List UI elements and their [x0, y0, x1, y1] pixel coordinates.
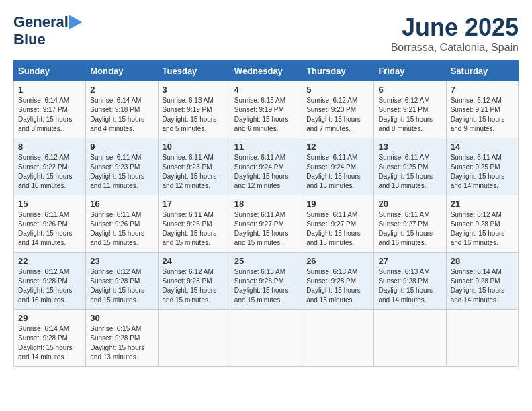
logo-combined: General — [13, 13, 82, 31]
calendar-cell: 2 Sunrise: 6:14 AM Sunset: 9:18 PM Dayli… — [86, 81, 158, 138]
calendar-cell: 4 Sunrise: 6:13 AM Sunset: 9:19 PM Dayli… — [230, 81, 302, 138]
calendar-cell: 29 Sunrise: 6:14 AM Sunset: 9:28 PM Dayl… — [14, 310, 86, 367]
day-info: Sunrise: 6:11 AM Sunset: 9:27 PM Dayligh… — [234, 210, 298, 248]
day-number: 7 — [451, 85, 514, 95]
calendar-week-4: 22 Sunrise: 6:12 AM Sunset: 9:28 PM Dayl… — [14, 253, 519, 310]
day-number: 11 — [234, 142, 298, 152]
calendar-cell: 8 Sunrise: 6:12 AM Sunset: 9:22 PM Dayli… — [14, 138, 86, 195]
calendar-cell: 18 Sunrise: 6:11 AM Sunset: 9:27 PM Dayl… — [230, 195, 302, 253]
day-info: Sunrise: 6:12 AM Sunset: 9:28 PM Dayligh… — [90, 267, 153, 305]
day-info: Sunrise: 6:13 AM Sunset: 9:19 PM Dayligh… — [163, 96, 226, 134]
day-number: 17 — [163, 199, 226, 209]
calendar-cell: 27 Sunrise: 6:13 AM Sunset: 9:28 PM Dayl… — [374, 253, 446, 310]
calendar-week-5: 29 Sunrise: 6:14 AM Sunset: 9:28 PM Dayl… — [14, 310, 519, 367]
day-number: 15 — [18, 199, 81, 209]
logo-arrow-icon — [69, 15, 82, 30]
svg-marker-0 — [69, 15, 82, 30]
logo-general-text: General — [13, 13, 69, 31]
calendar-week-3: 15 Sunrise: 6:11 AM Sunset: 9:26 PM Dayl… — [14, 195, 519, 253]
col-header-monday: Monday — [86, 61, 158, 81]
col-header-wednesday: Wednesday — [230, 61, 302, 81]
calendar-cell: 25 Sunrise: 6:13 AM Sunset: 9:28 PM Dayl… — [230, 253, 302, 310]
day-number: 10 — [163, 142, 226, 152]
day-info: Sunrise: 6:12 AM Sunset: 9:20 PM Dayligh… — [306, 96, 369, 134]
day-info: Sunrise: 6:12 AM Sunset: 9:28 PM Dayligh… — [451, 210, 514, 248]
day-info: Sunrise: 6:11 AM Sunset: 9:27 PM Dayligh… — [378, 210, 441, 248]
day-number: 12 — [306, 142, 369, 152]
day-number: 27 — [378, 256, 441, 266]
calendar-cell: 9 Sunrise: 6:11 AM Sunset: 9:23 PM Dayli… — [86, 138, 158, 195]
calendar-cell: 3 Sunrise: 6:13 AM Sunset: 9:19 PM Dayli… — [158, 81, 230, 138]
day-info: Sunrise: 6:13 AM Sunset: 9:28 PM Dayligh… — [378, 267, 441, 305]
day-number: 13 — [378, 142, 441, 152]
day-number: 14 — [451, 142, 514, 152]
calendar-cell — [302, 310, 374, 367]
day-info: Sunrise: 6:14 AM Sunset: 9:17 PM Dayligh… — [18, 96, 81, 134]
calendar-cell: 11 Sunrise: 6:11 AM Sunset: 9:24 PM Dayl… — [230, 138, 302, 195]
day-number: 3 — [163, 85, 226, 95]
logo-blue-label: Blue — [13, 31, 46, 48]
calendar-cell: 24 Sunrise: 6:12 AM Sunset: 9:28 PM Dayl… — [158, 253, 230, 310]
day-number: 24 — [163, 256, 226, 266]
calendar-cell — [230, 310, 302, 367]
day-info: Sunrise: 6:13 AM Sunset: 9:28 PM Dayligh… — [306, 267, 369, 305]
day-number: 18 — [234, 199, 298, 209]
calendar-cell: 14 Sunrise: 6:11 AM Sunset: 9:25 PM Dayl… — [446, 138, 518, 195]
calendar-table: SundayMondayTuesdayWednesdayThursdayFrid… — [13, 60, 519, 367]
title-block: June 2025 Borrassa, Catalonia, Spain — [391, 13, 519, 54]
calendar-cell: 17 Sunrise: 6:11 AM Sunset: 9:26 PM Dayl… — [158, 195, 230, 253]
calendar-cell: 22 Sunrise: 6:12 AM Sunset: 9:28 PM Dayl… — [14, 253, 86, 310]
day-info: Sunrise: 6:11 AM Sunset: 9:25 PM Dayligh… — [451, 153, 514, 191]
day-info: Sunrise: 6:11 AM Sunset: 9:26 PM Dayligh… — [90, 210, 153, 248]
calendar-week-1: 1 Sunrise: 6:14 AM Sunset: 9:17 PM Dayli… — [14, 81, 519, 138]
day-info: Sunrise: 6:13 AM Sunset: 9:19 PM Dayligh… — [234, 96, 298, 134]
calendar-cell: 23 Sunrise: 6:12 AM Sunset: 9:28 PM Dayl… — [86, 253, 158, 310]
day-number: 5 — [306, 85, 369, 95]
day-number: 2 — [90, 85, 153, 95]
logo-blue-row: Blue — [13, 31, 46, 48]
day-info: Sunrise: 6:11 AM Sunset: 9:27 PM Dayligh… — [306, 210, 369, 248]
calendar-cell: 19 Sunrise: 6:11 AM Sunset: 9:27 PM Dayl… — [302, 195, 374, 253]
day-number: 19 — [306, 199, 369, 209]
day-info: Sunrise: 6:11 AM Sunset: 9:24 PM Dayligh… — [306, 153, 369, 191]
day-info: Sunrise: 6:11 AM Sunset: 9:25 PM Dayligh… — [378, 153, 441, 191]
calendar-cell — [374, 310, 446, 367]
calendar-cell: 10 Sunrise: 6:11 AM Sunset: 9:23 PM Dayl… — [158, 138, 230, 195]
day-number: 20 — [378, 199, 441, 209]
col-header-saturday: Saturday — [446, 61, 518, 81]
calendar-cell: 15 Sunrise: 6:11 AM Sunset: 9:26 PM Dayl… — [14, 195, 86, 253]
day-info: Sunrise: 6:12 AM Sunset: 9:21 PM Dayligh… — [378, 96, 441, 134]
day-info: Sunrise: 6:12 AM Sunset: 9:22 PM Dayligh… — [18, 153, 81, 191]
calendar-cell: 30 Sunrise: 6:15 AM Sunset: 9:28 PM Dayl… — [86, 310, 158, 367]
day-info: Sunrise: 6:11 AM Sunset: 9:26 PM Dayligh… — [163, 210, 226, 248]
calendar-cell — [446, 310, 518, 367]
day-number: 9 — [90, 142, 153, 152]
col-header-friday: Friday — [374, 61, 446, 81]
col-header-sunday: Sunday — [14, 61, 86, 81]
day-number: 30 — [90, 313, 153, 323]
day-number: 6 — [378, 85, 441, 95]
day-number: 23 — [90, 256, 153, 266]
calendar-cell: 6 Sunrise: 6:12 AM Sunset: 9:21 PM Dayli… — [374, 81, 446, 138]
calendar-cell: 20 Sunrise: 6:11 AM Sunset: 9:27 PM Dayl… — [374, 195, 446, 253]
day-number: 26 — [306, 256, 369, 266]
day-number: 1 — [18, 85, 81, 95]
calendar-week-2: 8 Sunrise: 6:12 AM Sunset: 9:22 PM Dayli… — [14, 138, 519, 195]
day-info: Sunrise: 6:14 AM Sunset: 9:28 PM Dayligh… — [451, 267, 514, 305]
day-number: 16 — [90, 199, 153, 209]
page-header: General Blue June 2025 Borrassa, Catalon… — [13, 13, 519, 54]
day-number: 29 — [18, 313, 81, 323]
day-info: Sunrise: 6:12 AM Sunset: 9:21 PM Dayligh… — [451, 96, 514, 134]
calendar-cell — [158, 310, 230, 367]
day-number: 22 — [18, 256, 81, 266]
day-info: Sunrise: 6:15 AM Sunset: 9:28 PM Dayligh… — [90, 324, 153, 362]
day-number: 21 — [451, 199, 514, 209]
day-info: Sunrise: 6:11 AM Sunset: 9:26 PM Dayligh… — [18, 210, 81, 248]
day-number: 28 — [451, 256, 514, 266]
calendar-title: June 2025 — [391, 13, 519, 42]
day-info: Sunrise: 6:13 AM Sunset: 9:28 PM Dayligh… — [234, 267, 298, 305]
day-info: Sunrise: 6:11 AM Sunset: 9:23 PM Dayligh… — [90, 153, 153, 191]
day-number: 4 — [234, 85, 298, 95]
day-info: Sunrise: 6:14 AM Sunset: 9:28 PM Dayligh… — [18, 324, 81, 362]
calendar-cell: 7 Sunrise: 6:12 AM Sunset: 9:21 PM Dayli… — [446, 81, 518, 138]
